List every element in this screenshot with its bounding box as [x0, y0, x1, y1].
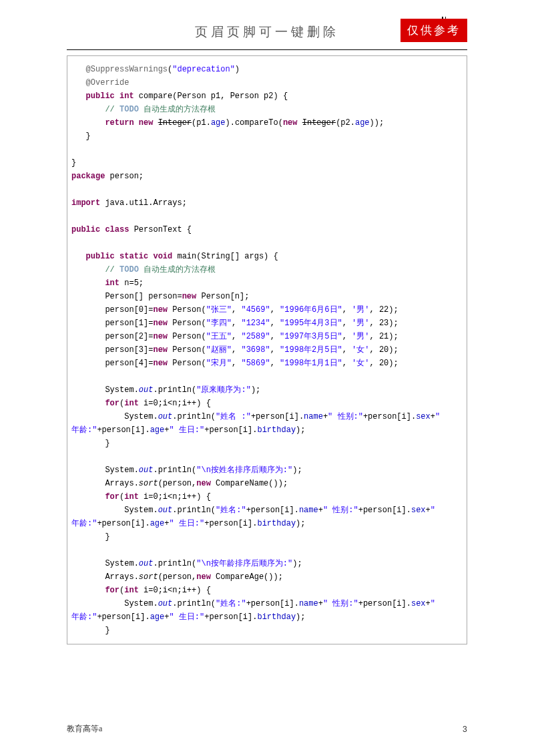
footer-left-text: 教育高等a: [67, 723, 102, 735]
reference-stamp: 仅供参考: [400, 19, 467, 42]
header-rule: [67, 49, 467, 50]
page-number: 3: [463, 725, 467, 735]
page-header: 页眉页脚可一键删除 仅供参考: [0, 0, 534, 47]
header-title: 页眉页脚可一键删除: [195, 23, 339, 41]
code-block: @SuppressWarnings("deprecation") @Overri…: [67, 55, 467, 644]
